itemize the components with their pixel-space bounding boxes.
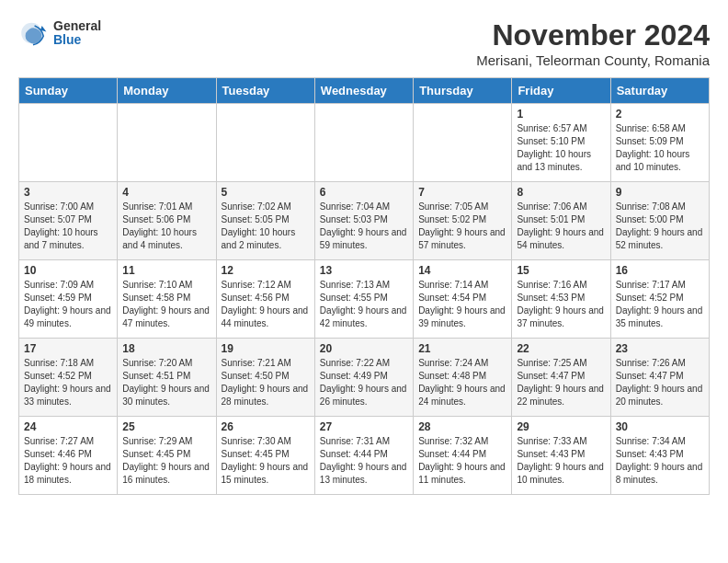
day-number: 18 [122,342,210,355]
day-number: 20 [320,342,408,355]
calendar-cell: 10Sunrise: 7:09 AM Sunset: 4:59 PM Dayli… [19,260,118,339]
calendar-cell: 26Sunrise: 7:30 AM Sunset: 4:45 PM Dayli… [216,417,314,495]
day-info: Sunrise: 7:01 AM Sunset: 5:06 PM Dayligh… [122,201,210,252]
calendar-cell: 22Sunrise: 7:25 AM Sunset: 4:47 PM Dayli… [512,339,610,417]
day-info: Sunrise: 7:02 AM Sunset: 5:05 PM Dayligh… [222,201,310,252]
day-info: Sunrise: 7:22 AM Sunset: 4:49 PM Dayligh… [320,357,408,408]
calendar-cell: 2Sunrise: 6:58 AM Sunset: 5:09 PM Daylig… [610,104,709,182]
calendar-cell: 17Sunrise: 7:18 AM Sunset: 4:52 PM Dayli… [19,339,118,417]
day-number: 7 [418,186,506,199]
day-info: Sunrise: 7:05 AM Sunset: 5:02 PM Dayligh… [418,201,506,252]
day-number: 8 [517,186,605,199]
logo-blue-text: Blue [53,33,101,47]
day-info: Sunrise: 7:12 AM Sunset: 4:56 PM Dayligh… [222,279,310,330]
calendar-cell: 14Sunrise: 7:14 AM Sunset: 4:54 PM Dayli… [414,260,512,339]
calendar-cell: 15Sunrise: 7:16 AM Sunset: 4:53 PM Dayli… [512,260,610,339]
calendar-week-row: 10Sunrise: 7:09 AM Sunset: 4:59 PM Dayli… [19,260,710,339]
calendar-cell: 7Sunrise: 7:05 AM Sunset: 5:02 PM Daylig… [414,182,512,260]
calendar-week-row: 3Sunrise: 7:00 AM Sunset: 5:07 PM Daylig… [19,182,710,260]
day-number: 22 [517,342,605,355]
calendar-cell: 8Sunrise: 7:06 AM Sunset: 5:01 PM Daylig… [512,182,610,260]
day-number: 25 [122,420,210,433]
calendar-cell: 30Sunrise: 7:34 AM Sunset: 4:43 PM Dayli… [610,417,709,495]
calendar-cell: 16Sunrise: 7:17 AM Sunset: 4:52 PM Dayli… [610,260,709,339]
calendar-header-sunday: Sunday [19,78,118,104]
logo-general-text: General [53,19,101,33]
calendar-cell [314,104,413,182]
calendar-cell: 25Sunrise: 7:29 AM Sunset: 4:45 PM Dayli… [118,417,216,495]
calendar-cell: 4Sunrise: 7:01 AM Sunset: 5:06 PM Daylig… [118,182,216,260]
day-info: Sunrise: 7:17 AM Sunset: 4:52 PM Dayligh… [616,279,704,330]
day-info: Sunrise: 7:10 AM Sunset: 4:58 PM Dayligh… [122,279,210,330]
calendar-header-wednesday: Wednesday [314,78,413,104]
day-info: Sunrise: 7:24 AM Sunset: 4:48 PM Dayligh… [418,357,506,408]
calendar-cell: 12Sunrise: 7:12 AM Sunset: 4:56 PM Dayli… [216,260,314,339]
day-info: Sunrise: 7:32 AM Sunset: 4:44 PM Dayligh… [418,435,506,487]
day-number: 15 [517,264,605,277]
day-info: Sunrise: 7:30 AM Sunset: 4:45 PM Dayligh… [222,435,310,487]
calendar-cell: 28Sunrise: 7:32 AM Sunset: 4:44 PM Dayli… [414,417,512,495]
day-number: 16 [616,264,704,277]
calendar-cell: 6Sunrise: 7:04 AM Sunset: 5:03 PM Daylig… [314,182,413,260]
calendar-cell: 3Sunrise: 7:00 AM Sunset: 5:07 PM Daylig… [19,182,118,260]
day-number: 9 [616,186,704,199]
day-number: 28 [418,420,506,433]
calendar-cell: 29Sunrise: 7:33 AM Sunset: 4:43 PM Dayli… [512,417,610,495]
calendar-cell [118,104,216,182]
day-number: 5 [222,186,310,199]
day-number: 2 [616,108,704,121]
day-number: 19 [222,342,310,355]
day-info: Sunrise: 7:29 AM Sunset: 4:45 PM Dayligh… [122,435,210,487]
day-info: Sunrise: 7:14 AM Sunset: 4:54 PM Dayligh… [418,279,506,330]
calendar-cell: 1Sunrise: 6:57 AM Sunset: 5:10 PM Daylig… [512,104,610,182]
day-info: Sunrise: 7:26 AM Sunset: 4:47 PM Dayligh… [616,357,704,408]
day-info: Sunrise: 7:09 AM Sunset: 4:59 PM Dayligh… [24,279,112,330]
calendar-cell [414,104,512,182]
logo-icon [18,18,48,48]
calendar-cell: 21Sunrise: 7:24 AM Sunset: 4:48 PM Dayli… [414,339,512,417]
day-number: 3 [24,186,112,199]
day-number: 27 [320,420,408,433]
day-info: Sunrise: 7:00 AM Sunset: 5:07 PM Dayligh… [24,201,112,252]
calendar-week-row: 17Sunrise: 7:18 AM Sunset: 4:52 PM Dayli… [19,339,710,417]
day-info: Sunrise: 7:16 AM Sunset: 4:53 PM Dayligh… [517,279,605,330]
page-header: General Blue November 2024 Merisani, Tel… [18,18,710,68]
day-number: 6 [320,186,408,199]
calendar-header-friday: Friday [512,78,610,104]
day-info: Sunrise: 7:13 AM Sunset: 4:55 PM Dayligh… [320,279,408,330]
day-info: Sunrise: 7:34 AM Sunset: 4:43 PM Dayligh… [616,435,704,487]
day-number: 17 [24,342,112,355]
day-number: 29 [517,420,605,433]
day-info: Sunrise: 7:31 AM Sunset: 4:44 PM Dayligh… [320,435,408,487]
day-number: 23 [616,342,704,355]
calendar-cell: 11Sunrise: 7:10 AM Sunset: 4:58 PM Dayli… [118,260,216,339]
day-number: 4 [122,186,210,199]
calendar-header-saturday: Saturday [610,78,709,104]
calendar-header-thursday: Thursday [414,78,512,104]
day-info: Sunrise: 7:25 AM Sunset: 4:47 PM Dayligh… [517,357,605,408]
calendar-cell: 13Sunrise: 7:13 AM Sunset: 4:55 PM Dayli… [314,260,413,339]
calendar-cell: 20Sunrise: 7:22 AM Sunset: 4:49 PM Dayli… [314,339,413,417]
calendar-cell [216,104,314,182]
day-number: 10 [24,264,112,277]
calendar-cell: 19Sunrise: 7:21 AM Sunset: 4:50 PM Dayli… [216,339,314,417]
day-info: Sunrise: 6:58 AM Sunset: 5:09 PM Dayligh… [616,122,704,174]
day-info: Sunrise: 7:04 AM Sunset: 5:03 PM Dayligh… [320,201,408,252]
title-section: November 2024 Merisani, Teleorman County… [476,18,710,68]
day-number: 24 [24,420,112,433]
location-title: Merisani, Teleorman County, Romania [476,52,710,68]
day-number: 13 [320,264,408,277]
calendar-header-tuesday: Tuesday [216,78,314,104]
day-info: Sunrise: 7:21 AM Sunset: 4:50 PM Dayligh… [222,357,310,408]
calendar-week-row: 24Sunrise: 7:27 AM Sunset: 4:46 PM Dayli… [19,417,710,495]
day-number: 11 [122,264,210,277]
day-info: Sunrise: 7:33 AM Sunset: 4:43 PM Dayligh… [517,435,605,487]
day-info: Sunrise: 7:20 AM Sunset: 4:51 PM Dayligh… [122,357,210,408]
calendar-cell: 27Sunrise: 7:31 AM Sunset: 4:44 PM Dayli… [314,417,413,495]
day-number: 30 [616,420,704,433]
day-number: 1 [517,108,605,121]
calendar-cell: 9Sunrise: 7:08 AM Sunset: 5:00 PM Daylig… [610,182,709,260]
day-info: Sunrise: 7:18 AM Sunset: 4:52 PM Dayligh… [24,357,112,408]
calendar-cell [19,104,118,182]
day-info: Sunrise: 6:57 AM Sunset: 5:10 PM Dayligh… [517,122,605,174]
